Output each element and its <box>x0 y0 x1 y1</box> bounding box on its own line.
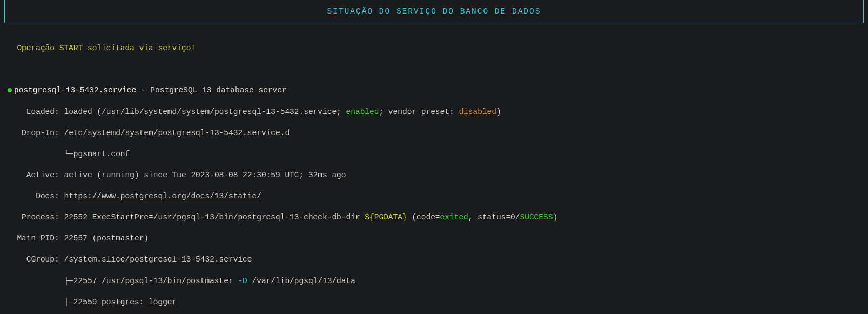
active-line: Active: active (running) since Tue 2023-… <box>8 170 860 181</box>
terminal-output: Operação START solicitada via serviço! p… <box>0 23 868 314</box>
docs-line: Docs: https://www.postgresql.org/docs/13… <box>8 191 860 202</box>
operation-message: Operação START solicitada via serviço! <box>8 43 860 54</box>
process-status: SUCCESS <box>520 213 553 222</box>
service-name: postgresql-13-5432.service <box>14 86 136 95</box>
service-desc: PostgreSQL 13 database server <box>150 86 286 95</box>
dropin-file-line: └─pgsmart.conf <box>8 149 860 160</box>
cgroup-path: /system.slice/postgresql-13-5432.service <box>64 255 252 264</box>
cgroup-line: CGroup: /system.slice/postgresql-13-5432… <box>8 255 860 265</box>
process-label: Process: <box>22 213 59 222</box>
flag-d: -D <box>238 277 247 285</box>
process-code: exited <box>440 213 468 222</box>
preset-status: disabled <box>459 108 496 116</box>
mainpid-value: 22557 (postmaster) <box>64 234 149 243</box>
cgroup-tree-1: ├─22557 /usr/pgsql-13/bin/postmaster -D … <box>8 276 860 287</box>
active-value: active (running) since Tue 2023-08-08 22… <box>64 171 346 179</box>
mainpid-label: Main PID: <box>17 234 59 243</box>
enabled-status: enabled <box>346 108 379 116</box>
header-panel: SITUAÇÃO DO SERVIÇO DO BANCO DE DADOS <box>4 0 864 23</box>
pgdata-var: ${PGDATA} <box>365 213 407 222</box>
mainpid-line: Main PID: 22557 (postmaster) <box>8 233 860 244</box>
docs-label: Docs: <box>36 192 59 201</box>
service-header-line: postgresql-13-5432.service - PostgreSQL … <box>8 85 860 96</box>
loaded-label: Loaded: <box>26 108 59 116</box>
cgroup-tree-2: ├─22559 postgres: logger <box>8 297 860 308</box>
process-line: Process: 22552 ExecStartPre=/usr/pgsql-1… <box>8 212 860 223</box>
cgroup-label: CGroup: <box>26 255 59 264</box>
dropin-label: Drop-In: <box>22 129 59 137</box>
dropin-path: /etc/systemd/system/postgresql-13-5432.s… <box>64 129 290 137</box>
op-msg-text: Operação START solicitada via serviço! <box>17 44 196 52</box>
active-label: Active: <box>26 171 59 179</box>
status-dot-icon <box>8 88 12 92</box>
dropin-line: Drop-In: /etc/systemd/system/postgresql-… <box>8 128 860 139</box>
loaded-line: Loaded: loaded (/usr/lib/systemd/system/… <box>8 107 860 118</box>
header-title: SITUAÇÃO DO SERVIÇO DO BANCO DE DADOS <box>327 7 541 16</box>
docs-url[interactable]: https://www.postgresql.org/docs/13/stati… <box>64 192 261 201</box>
dropin-file: └─pgsmart.conf <box>64 150 130 158</box>
